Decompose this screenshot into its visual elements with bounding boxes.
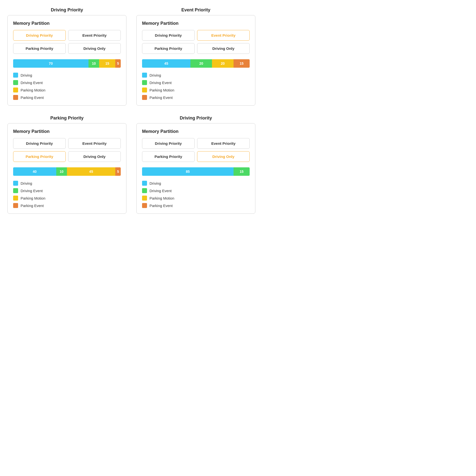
panel-0: Memory PartitionDriving PriorityEvent Pr… [7,15,126,106]
legend-label-2-0: Driving [21,181,32,185]
panel-2: Memory PartitionDriving PriorityEvent Pr… [7,123,126,214]
legend-label-1-3: Parking Event [149,95,173,100]
section-label-1: Memory Partition [142,21,250,26]
bar-segment-1-0: 45 [142,59,190,68]
bar-container-1: 45202015 [142,59,250,68]
mode-btn-0-2[interactable]: Parking Priority [13,43,66,54]
bar-segment-1-3: 15 [234,59,250,68]
bar-segment-1-1: 20 [190,59,212,68]
legend-color-1-2 [142,88,147,92]
legend-label-0-2: Parking Motion [21,88,45,92]
panel-1: Memory PartitionDriving PriorityEvent Pr… [136,15,255,106]
bar-segment-2-2: 45 [67,167,115,176]
legend-item-1-3: Parking Event [142,95,250,100]
panel-wrapper-3: Driving PriorityMemory PartitionDriving … [136,116,255,214]
bar-segment-0-1: 10 [89,59,99,68]
mode-btn-1-0[interactable]: Driving Priority [142,30,195,41]
legend-color-3-3 [142,203,147,208]
legend-3: DrivingDriving EventParking MotionParkin… [142,181,250,208]
legend-0: DrivingDriving EventParking MotionParkin… [13,73,121,100]
legend-color-0-2 [13,88,18,92]
bar-container-2: 4010455 [13,167,121,176]
legend-label-2-1: Driving Event [21,189,43,193]
buttons-grid-0: Driving PriorityEvent PriorityParking Pr… [13,30,121,54]
mode-btn-1-3[interactable]: Driving Only [197,43,250,54]
bar-container-0: 7010155 [13,59,121,68]
legend-item-2-0: Driving [13,181,121,186]
legend-color-1-1 [142,80,147,85]
legend-item-0-0: Driving [13,73,121,78]
legend-label-3-3: Parking Event [149,204,173,208]
mode-btn-1-2[interactable]: Parking Priority [142,43,195,54]
mode-btn-2-2[interactable]: Parking Priority [13,151,66,162]
bar-container-3: 8515 [142,167,250,176]
mode-btn-2-1[interactable]: Event Priority [68,138,121,149]
section-label-0: Memory Partition [13,21,121,26]
legend-label-1-0: Driving [149,73,161,77]
legend-label-3-0: Driving [149,181,161,185]
bar-segment-0-3: 5 [115,59,121,68]
mode-btn-2-0[interactable]: Driving Priority [13,138,66,149]
legend-color-1-0 [142,73,147,78]
mode-btn-3-2[interactable]: Parking Priority [142,151,195,162]
bar-segment-3-1: 15 [234,167,250,176]
panel-title-0: Driving Priority [51,7,83,13]
legend-1: DrivingDriving EventParking MotionParkin… [142,73,250,100]
mode-btn-3-1[interactable]: Event Priority [197,138,250,149]
legend-item-0-3: Parking Event [13,95,121,100]
legend-item-1-2: Parking Motion [142,88,250,92]
legend-color-2-3 [13,203,18,208]
bar-segment-1-2: 20 [212,59,234,68]
legend-item-0-2: Parking Motion [13,88,121,92]
legend-label-2-2: Parking Motion [21,196,45,200]
legend-label-0-1: Driving Event [21,81,43,85]
legend-item-3-2: Parking Motion [142,196,250,201]
legend-label-2-3: Parking Event [21,204,44,208]
section-label-2: Memory Partition [13,129,121,134]
legend-color-2-0 [13,181,18,186]
legend-label-3-2: Parking Motion [149,196,174,200]
panel-wrapper-2: Parking PriorityMemory PartitionDriving … [7,116,126,214]
legend-color-0-1 [13,80,18,85]
panel-3: Memory PartitionDriving PriorityEvent Pr… [136,123,255,214]
legend-color-0-3 [13,95,18,100]
legend-2: DrivingDriving EventParking MotionParkin… [13,181,121,208]
legend-color-2-2 [13,196,18,201]
legend-item-3-3: Parking Event [142,203,250,208]
panels-grid: Driving PriorityMemory PartitionDriving … [7,7,255,214]
mode-btn-3-3[interactable]: Driving Only [197,151,250,162]
legend-label-0-0: Driving [21,73,32,77]
legend-item-2-2: Parking Motion [13,196,121,201]
bar-segment-2-1: 10 [56,167,67,176]
legend-color-3-1 [142,188,147,193]
mode-btn-0-3[interactable]: Driving Only [68,43,121,54]
mode-btn-0-0[interactable]: Driving Priority [13,30,66,41]
bar-segment-2-0: 40 [13,167,56,176]
legend-label-1-2: Parking Motion [149,88,174,92]
buttons-grid-3: Driving PriorityEvent PriorityParking Pr… [142,138,250,162]
legend-item-2-1: Driving Event [13,188,121,193]
legend-item-1-0: Driving [142,73,250,78]
mode-btn-2-3[interactable]: Driving Only [68,151,121,162]
legend-label-3-1: Driving Event [149,189,172,193]
legend-label-0-3: Parking Event [21,95,44,100]
panel-wrapper-1: Event PriorityMemory PartitionDriving Pr… [136,7,255,106]
mode-btn-3-0[interactable]: Driving Priority [142,138,195,149]
legend-label-1-1: Driving Event [149,81,172,85]
bar-segment-3-0: 85 [142,167,234,176]
legend-item-2-3: Parking Event [13,203,121,208]
legend-item-3-0: Driving [142,181,250,186]
mode-btn-0-1[interactable]: Event Priority [68,30,121,41]
legend-color-1-3 [142,95,147,100]
bar-segment-0-2: 15 [99,59,115,68]
mode-btn-1-1[interactable]: Event Priority [197,30,250,41]
legend-color-3-2 [142,196,147,201]
buttons-grid-2: Driving PriorityEvent PriorityParking Pr… [13,138,121,162]
legend-item-0-1: Driving Event [13,80,121,85]
section-label-3: Memory Partition [142,129,250,134]
legend-item-3-1: Driving Event [142,188,250,193]
bar-segment-2-3: 5 [115,167,121,176]
legend-color-0-0 [13,73,18,78]
legend-color-2-1 [13,188,18,193]
bar-segment-0-0: 70 [13,59,89,68]
